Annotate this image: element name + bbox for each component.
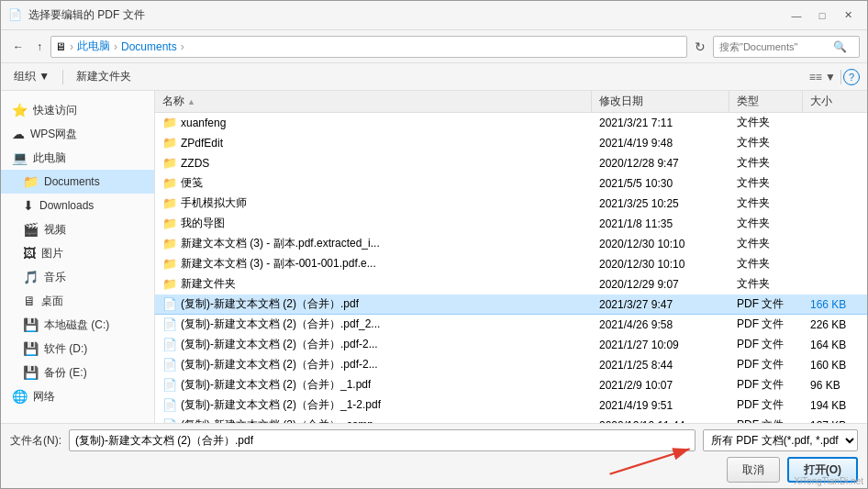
table-row[interactable]: 📄(复制)-新建文本文档 (2)（合并）_1.pdf2021/2/9 10:07… [155, 375, 867, 395]
sidebar-item-soft-d[interactable]: 💾软件 (D:) [1, 337, 154, 361]
table-row[interactable]: 📁新建文件夹2020/12/29 9:07文件夹 [155, 274, 867, 295]
table-row[interactable]: 📄(复制)-新建文本文档 (2)（合并）.pdf-2...2021/1/25 8… [155, 355, 867, 375]
network-icon: 🌐 [12, 389, 28, 404]
file-name: 新建文件夹 [181, 276, 236, 292]
folder-icon: 📁 [162, 237, 177, 250]
help-button[interactable]: ? [843, 69, 860, 85]
minimize-button[interactable]: — [785, 6, 808, 25]
soft-d-icon: 💾 [23, 341, 39, 356]
cell-size: 194 KB [803, 399, 867, 412]
cell-modified: 2021/1/25 8:44 [592, 359, 729, 372]
table-row[interactable]: 📁手机模拟大师2021/3/25 10:25文件夹 [155, 194, 867, 214]
table-row[interactable]: 📁我的导图2021/1/8 11:35文件夹 [155, 214, 867, 234]
col-header-type[interactable]: 类型 [729, 91, 803, 112]
col-header-modified[interactable]: 修改日期 [592, 91, 729, 112]
file-name: (复制)-新建文本文档 (2)（合并）_1.pdf [181, 377, 371, 393]
cell-modified: 2020/12/30 10:10 [592, 238, 729, 250]
sidebar-item-videos[interactable]: 🎬视频 [1, 217, 154, 241]
search-icon: 🔍 [833, 40, 847, 53]
table-row[interactable]: 📁新建文本文档 (3) - 副本.pdf.extracted_i...2020/… [155, 234, 867, 254]
maximize-button[interactable]: □ [810, 6, 834, 25]
sidebar-item-network[interactable]: 🌐网络 [1, 384, 154, 408]
sidebar-item-local-disk-c[interactable]: 💾本地磁盘 (C:) [1, 313, 154, 337]
sidebar-item-wps-cloud[interactable]: ☁WPS网盘 [1, 122, 154, 146]
cell-type: 文件夹 [729, 115, 803, 130]
cell-size: 226 KB [803, 318, 867, 331]
back-icon: ← [13, 40, 24, 53]
cell-name: 📁ZZDS [155, 156, 592, 170]
cancel-button[interactable]: 取消 [727, 457, 780, 483]
pdf-icon: 📄 [162, 338, 177, 351]
file-name: (复制)-新建文本文档 (2)（合并）.pdf [181, 296, 359, 312]
title-controls: — □ ✕ [785, 6, 860, 25]
table-row[interactable]: 📁ZPdfEdit2021/4/19 9:48文件夹 [155, 133, 867, 153]
music-label: 音乐 [44, 270, 66, 285]
col-header-name[interactable]: 名称 ▲ [155, 91, 592, 112]
backup-e-icon: 💾 [23, 365, 39, 380]
cell-size: 164 KB [803, 339, 867, 351]
cell-type: PDF 文件 [729, 317, 803, 332]
content-area: 名称 ▲ 修改日期 类型 大小 📁xuanfeng2021/3/21 7:11文… [155, 91, 867, 423]
sidebar-item-music[interactable]: 🎵音乐 [1, 265, 154, 289]
toolbar-sep2 [840, 70, 841, 84]
table-row[interactable]: 📁ZZDS2020/12/28 9:47文件夹 [155, 153, 867, 173]
dialog-icon: 📄 [8, 8, 23, 23]
back-button[interactable]: ← [8, 38, 28, 56]
cell-modified: 2021/2/9 10:07 [592, 379, 729, 392]
file-list: 📁xuanfeng2021/3/21 7:11文件夹📁ZPdfEdit2021/… [155, 113, 867, 423]
col-header-size[interactable]: 大小 [803, 91, 867, 112]
table-row[interactable]: 📄(复制)-新建文本文档 (2)（合并）_1-2.pdf2021/4/19 9:… [155, 395, 867, 416]
table-row[interactable]: 📁xuanfeng2021/3/21 7:11文件夹 [155, 113, 867, 133]
filename-label: 文件名(N): [10, 433, 61, 449]
desktop-label: 桌面 [41, 294, 63, 309]
sidebar-item-this-pc[interactable]: 💻此电脑 [1, 146, 154, 170]
sidebar-item-desktop[interactable]: 🖥桌面 [1, 289, 154, 313]
this-pc-label: 此电脑 [33, 150, 66, 166]
cell-name: 📁手机模拟大师 [155, 195, 592, 211]
pdf-icon: 📄 [162, 297, 177, 311]
sidebar-section: ⭐快速访问☁WPS网盘💻此电脑📁Documents⬇Downloads🎬视频🖼图… [1, 94, 154, 412]
table-row[interactable]: 📁便笺2021/5/5 10:30文件夹 [155, 173, 867, 194]
sidebar-item-documents[interactable]: 📁Documents [1, 170, 154, 194]
sidebar-item-downloads[interactable]: ⬇Downloads [1, 194, 154, 217]
refresh-button[interactable]: ↻ [691, 38, 709, 56]
table-row[interactable]: 📄(复制)-新建文本文档 (2)（合并）_comp...2020/12/19 1… [155, 416, 867, 423]
breadcrumb-arrow2: › [181, 40, 184, 53]
pdf-icon: 📄 [162, 358, 177, 372]
cell-modified: 2021/4/26 9:58 [592, 318, 729, 331]
sidebar-item-quick-access[interactable]: ⭐快速访问 [1, 98, 154, 122]
cell-type: 文件夹 [729, 276, 803, 292]
pdf-icon: 📄 [162, 317, 177, 331]
table-row[interactable]: 📁新建文本文档 (3) - 副本-001-001.pdf.e...2020/12… [155, 254, 867, 274]
sidebar-item-pictures[interactable]: 🖼图片 [1, 241, 154, 265]
table-row[interactable]: 📄(复制)-新建文本文档 (2)（合并）.pdf_2...2021/4/26 9… [155, 315, 867, 335]
close-button[interactable]: ✕ [836, 6, 860, 25]
cell-type: 文件夹 [729, 175, 803, 191]
filetype-dropdown[interactable]: 所有 PDF 文档(*.pdf, *.pdf [703, 429, 858, 451]
file-name: 我的导图 [181, 216, 225, 231]
cell-type: 文件夹 [729, 155, 803, 171]
organize-button[interactable]: 组织 ▼ [8, 67, 55, 86]
view-toggle-button[interactable]: ≡≡ ▼ [807, 69, 839, 85]
cell-name: 📁新建文件夹 [155, 276, 592, 292]
bottom-bar: 文件名(N): 所有 PDF 文档(*.pdf, *.pdf 取消 打开(O) … [1, 423, 867, 488]
search-box: 🔍 [713, 36, 860, 58]
network-label: 网络 [33, 389, 55, 405]
title-bar: 📄 选择要编辑的 PDF 文件 — □ ✕ [1, 1, 867, 30]
up-button[interactable]: ↑ [32, 38, 47, 56]
downloads-icon: ⬇ [23, 198, 34, 213]
new-folder-button[interactable]: 新建文件夹 [71, 67, 137, 86]
watermark: XiTongTianDi.net [794, 476, 863, 486]
cell-size: 96 KB [803, 379, 867, 392]
pictures-icon: 🖼 [23, 246, 36, 261]
breadcrumb[interactable]: 🖥 › 此电脑 › Documents › [50, 36, 687, 58]
table-row[interactable]: 📄(复制)-新建文本文档 (2)（合并）.pdf2021/3/27 9:47PD… [155, 295, 867, 315]
search-input[interactable] [719, 41, 829, 52]
table-row[interactable]: 📄(复制)-新建文本文档 (2)（合并）.pdf-2...2021/1/27 1… [155, 335, 867, 355]
filename-input[interactable] [69, 429, 696, 451]
file-name: 新建文本文档 (3) - 副本-001-001.pdf.e... [181, 256, 376, 272]
cell-type: 文件夹 [729, 195, 803, 211]
local-disk-c-label: 本地磁盘 (C:) [44, 317, 109, 333]
file-name: (复制)-新建文本文档 (2)（合并）.pdf-2... [181, 337, 378, 352]
sidebar-item-backup-e[interactable]: 💾备份 (E:) [1, 361, 154, 384]
